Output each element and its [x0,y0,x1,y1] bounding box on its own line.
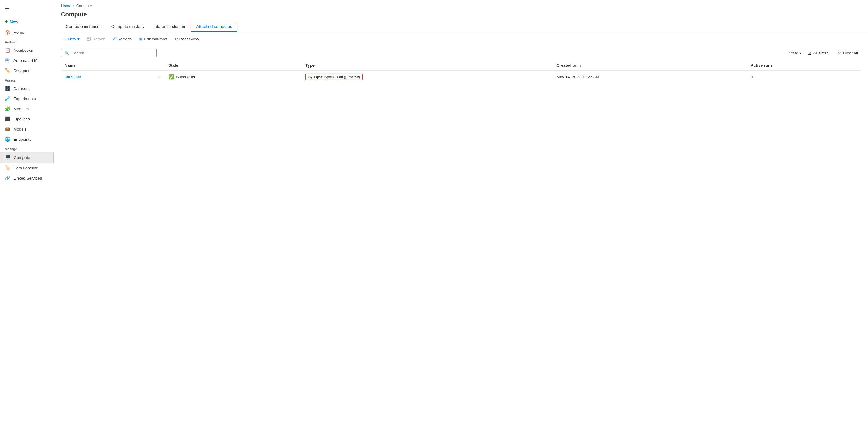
modules-icon: 🧩 [5,106,10,111]
sidebar-home-label: Home [13,30,24,35]
all-filters-button[interactable]: ⊿ All filters [805,49,831,57]
home-icon: 🏠 [5,30,10,35]
filter-icon: ⊿ [808,51,811,56]
sidebar-item-notebooks[interactable]: 📋 Notebooks [0,45,54,55]
models-label: Models [13,127,27,131]
refresh-button[interactable]: ↺ Refresh [110,35,134,43]
created-on-label: Created on [556,63,578,67]
cell-active-runs: 0 [747,71,861,83]
col-active-runs: Active runs [747,60,861,71]
state-success-icon: ✅ [168,74,174,80]
state-text: Succeeded [176,75,196,79]
automated-ml-icon: ⚗️ [5,58,10,63]
sidebar-item-pipelines[interactable]: ⬛ Pipelines [0,114,54,124]
type-badge: Synapse Spark pool (preview) [305,74,362,80]
col-type: Type [302,60,553,71]
sidebar-top: ☰ [0,2,54,15]
data-labeling-icon: 🏷️ [5,165,10,170]
tab-attached-computes[interactable]: Attached computes [191,22,237,32]
filter-bar: 🔍 State ▾ ⊿ All filters ✕ Clear all [54,46,868,60]
experiments-icon: 🧪 [5,96,10,101]
search-input[interactable] [71,51,153,55]
cell-name: abespark [61,71,154,83]
designer-label: Designer [13,68,30,73]
tab-compute-clusters[interactable]: Compute clusters [106,22,149,32]
models-icon: 📦 [5,126,10,132]
linked-services-label: Linked Services [13,176,42,181]
all-filters-label: All filters [813,51,828,55]
table-container: Name State Type Created on ↓ Active runs… [54,60,868,423]
tab-compute-instances[interactable]: Compute instances [61,22,106,32]
cell-state: ✅ Succeeded [165,71,302,83]
table-row: abespark ☆ ✅ Succeeded Synapse Spark poo… [61,71,861,83]
filter-right: State ▾ ⊿ All filters ✕ Clear all [789,49,861,57]
compute-name-link[interactable]: abespark [65,75,81,79]
endpoints-label: Endpoints [13,137,31,141]
edit-columns-icon: ⊞ [139,36,142,41]
clear-icon: ✕ [838,51,841,56]
datasets-icon: 🗄️ [5,86,10,91]
assets-section-label: Assets [0,75,54,83]
new-label: New [68,37,76,41]
reset-view-button[interactable]: ↩ Reset view [171,35,202,43]
new-button[interactable]: + New ▾ [61,35,83,43]
state-dropdown-icon: ▾ [799,51,801,56]
detach-label: Detach [92,37,105,41]
sidebar-new-button[interactable]: + New [0,16,54,27]
refresh-label: Refresh [118,37,131,41]
detach-icon: ⛓ [87,36,91,41]
pipelines-icon: ⬛ [5,116,10,122]
toolbar: + New ▾ ⛓ Detach ↺ Refresh ⊞ Edit column… [54,32,868,46]
sidebar-item-linked-services[interactable]: 🔗 Linked Services [0,173,54,183]
sidebar-item-modules[interactable]: 🧩 Modules [0,104,54,114]
breadcrumb-home[interactable]: Home [61,4,71,8]
edit-columns-label: Edit columns [144,37,167,41]
reset-view-label: Reset view [179,37,199,41]
sidebar: ☰ + New 🏠 Home Author 📋 Notebooks ⚗️ Aut… [0,0,54,423]
breadcrumb: Home › Compute [54,0,868,10]
tab-inference-clusters[interactable]: Inference clusters [149,22,191,32]
sidebar-item-compute[interactable]: 🖥️ Compute [0,152,54,163]
cell-created-on: May 14, 2021 10:22 AM [553,71,747,83]
modules-label: Modules [13,107,29,111]
state-filter-label: State [789,51,798,55]
search-box: 🔍 [61,49,157,57]
cell-type: Synapse Spark pool (preview) [302,71,553,83]
tabs-container: Compute instances Compute clusters Infer… [54,22,868,32]
active-runs-link[interactable]: 0 [751,75,753,79]
sidebar-item-automated-ml[interactable]: ⚗️ Automated ML [0,55,54,65]
sidebar-item-designer[interactable]: ✏️ Designer [0,65,54,75]
reset-view-icon: ↩ [174,36,178,41]
hamburger-icon[interactable]: ☰ [5,5,9,12]
clear-all-button[interactable]: ✕ Clear all [835,49,861,57]
sort-icon[interactable]: ↓ [580,64,582,67]
notebooks-icon: 📋 [5,47,10,53]
new-plus-icon: + [64,36,66,41]
sidebar-item-experiments[interactable]: 🧪 Experiments [0,94,54,104]
sidebar-item-datasets[interactable]: 🗄️ Datasets [0,83,54,94]
col-star [154,60,165,71]
state-cell: ✅ Succeeded [168,74,298,80]
sidebar-item-data-labeling[interactable]: 🏷️ Data Labeling [0,163,54,173]
author-section-label: Author [0,37,54,45]
sidebar-item-endpoints[interactable]: 🌐 Endpoints [0,134,54,144]
state-filter[interactable]: State ▾ [789,51,802,56]
detach-button[interactable]: ⛓ Detach [84,35,108,43]
compute-label: Compute [14,155,30,160]
data-labeling-label: Data Labeling [13,166,38,170]
breadcrumb-current: Compute [76,4,92,8]
sidebar-item-models[interactable]: 📦 Models [0,124,54,134]
search-icon: 🔍 [64,51,69,55]
linked-services-icon: 🔗 [5,175,10,181]
sidebar-item-home[interactable]: 🏠 Home [0,27,54,37]
notebooks-label: Notebooks [13,48,33,53]
edit-columns-button[interactable]: ⊞ Edit columns [136,35,170,43]
endpoints-icon: 🌐 [5,136,10,142]
col-created-on: Created on ↓ [553,60,747,71]
col-name: Name [61,60,154,71]
star-icon[interactable]: ☆ [157,75,161,79]
pipelines-label: Pipelines [13,117,30,121]
page-title: Compute [54,10,868,22]
compute-icon: 🖥️ [5,155,11,160]
new-dropdown-icon: ▾ [78,36,80,41]
